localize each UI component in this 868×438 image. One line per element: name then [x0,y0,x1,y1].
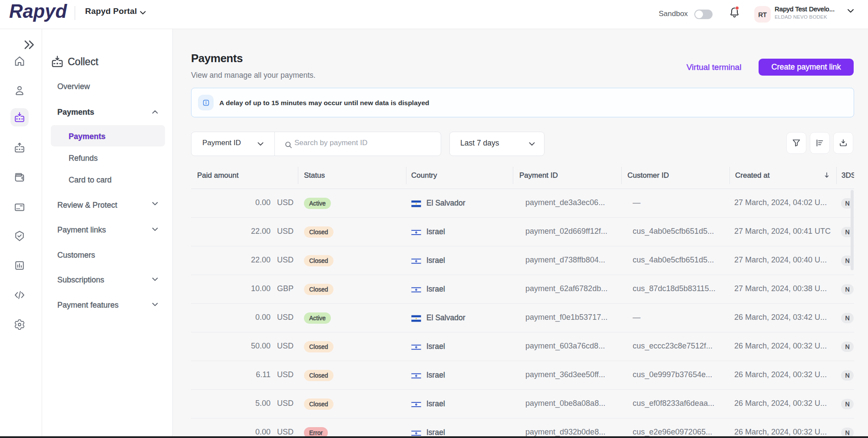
svg-text:Rapyd: Rapyd [9,3,67,22]
